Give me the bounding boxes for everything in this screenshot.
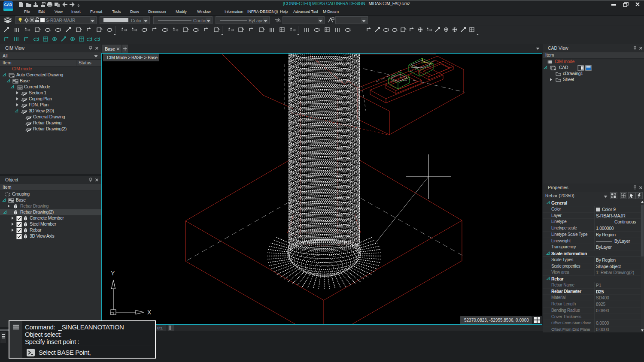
svg-text:Y: Y bbox=[111, 270, 115, 277]
svg-text:X: X bbox=[147, 309, 152, 316]
